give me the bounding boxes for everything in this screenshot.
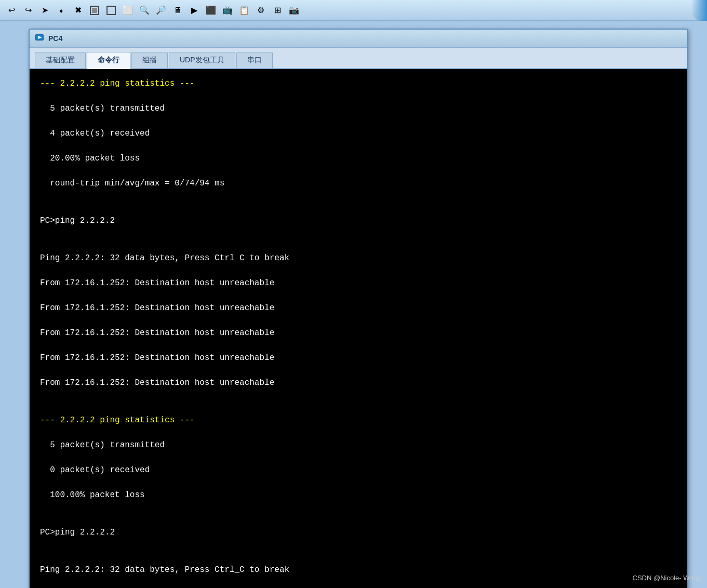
terminal-line: From 172.16.1.252: Destination host unre… <box>40 277 677 289</box>
toolbar-icon-9[interactable]: 🔍 <box>137 3 152 18</box>
toolbar-icon-17[interactable]: ⊞ <box>270 3 285 18</box>
terminal-line: Ping 2.2.2.2: 32 data bytes, Press Ctrl_… <box>40 564 677 576</box>
toolbar-icon-6[interactable] <box>87 3 102 18</box>
main-area: PC4 基础配置 命令行 组播 UDP发包工具 串口 --- 2.2.2.2 p… <box>0 21 707 588</box>
terminal-line: From 172.16.1.252: Destination host unre… <box>40 302 677 314</box>
tab-multicast[interactable]: 组播 <box>131 52 168 68</box>
terminal-line: 100.00% packet loss <box>40 489 677 501</box>
toolbar-icon-16[interactable]: ⚙ <box>254 3 268 18</box>
window-titlebar: PC4 <box>30 30 687 48</box>
toolbar-icon-18[interactable]: 📷 <box>287 3 301 18</box>
svg-rect-1 <box>92 8 97 13</box>
toolbar-icon-10[interactable]: 🔎 <box>154 3 168 18</box>
terminal-line: 4 packet(s) received <box>40 127 677 140</box>
terminal-line: 5 packet(s) transmitted <box>40 439 677 451</box>
terminal-line: --- 2.2.2.2 ping statistics --- <box>40 414 677 426</box>
tab-command-line[interactable]: 命令行 <box>87 52 130 69</box>
tab-serial[interactable]: 串口 <box>236 52 273 68</box>
tab-udp-tool[interactable]: UDP发包工具 <box>169 52 235 68</box>
terminal-line: PC>ping 2.2.2.2 <box>40 526 677 539</box>
svg-rect-2 <box>107 6 115 15</box>
terminal-line: From 172.16.1.252: Destination host unre… <box>40 327 677 339</box>
toolbar-icon-13[interactable]: ⬛ <box>204 3 218 18</box>
terminal-line: PC>ping 2.2.2.2 <box>40 215 677 227</box>
terminal-line: Ping 2.2.2.2: 32 data bytes, Press Ctrl_… <box>40 252 677 264</box>
watermark: CSDN @Nicole- Wong <box>633 574 701 582</box>
window-title: PC4 <box>48 34 62 43</box>
toolbar-icon-11[interactable]: 🖥 <box>170 3 185 18</box>
terminal-line: 20.00% packet loss <box>40 152 677 165</box>
terminal-line: From 172.16.1.252: Destination host unre… <box>40 352 677 364</box>
toolbar-icon-5[interactable]: ✖ <box>71 3 85 18</box>
toolbar-icon-12[interactable]: ▶ <box>187 3 202 18</box>
toolbar-icon-15[interactable]: 📋 <box>237 3 251 18</box>
tabs-bar: 基础配置 命令行 组播 UDP发包工具 串口 <box>30 48 687 69</box>
toolbar-icon-1[interactable]: ↩ <box>4 3 19 18</box>
toolbar-icon-2[interactable]: ↪ <box>21 3 35 18</box>
terminal-output[interactable]: --- 2.2.2.2 ping statistics --- 5 packet… <box>30 69 687 588</box>
toolbar: ↩ ↪ ➤ ⬧ ✖ ⬜ 🔍 🔎 🖥 ▶ ⬛ 📺 📋 ⚙ ⊞ 📷 <box>0 0 707 21</box>
terminal-line: round-trip min/avg/max = 0/74/94 ms <box>40 177 677 190</box>
window-icon <box>35 33 44 44</box>
terminal-line: 0 packet(s) received <box>40 464 677 476</box>
toolbar-icon-14[interactable]: 📺 <box>220 3 235 18</box>
toolbar-icon-8[interactable]: ⬜ <box>121 3 135 18</box>
tab-basic-config[interactable]: 基础配置 <box>35 52 86 68</box>
terminal-line: From 172.16.1.252: Destination host unre… <box>40 377 677 389</box>
toolbar-icon-7[interactable] <box>104 3 118 18</box>
pc4-window: PC4 基础配置 命令行 组播 UDP发包工具 串口 --- 2.2.2.2 p… <box>29 29 688 588</box>
terminal-line: --- 2.2.2.2 ping statistics --- <box>40 77 677 90</box>
terminal-line: 5 packet(s) transmitted <box>40 102 677 115</box>
toolbar-icon-4[interactable]: ⬧ <box>54 3 69 18</box>
toolbar-icon-3[interactable]: ➤ <box>37 3 52 18</box>
